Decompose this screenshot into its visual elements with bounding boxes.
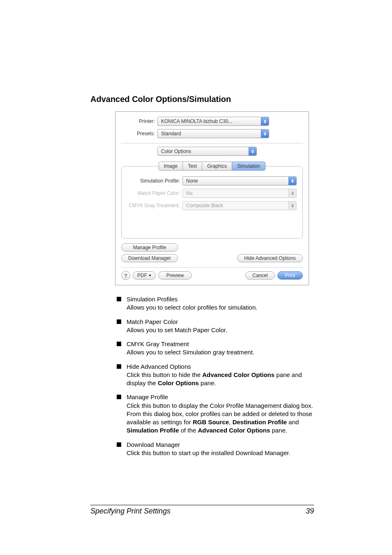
help-button[interactable]: ? (121, 271, 130, 280)
bullet-item: Manage ProfileClick this button to displ… (117, 393, 314, 435)
bullet-item: Match Paper ColorAllows you to set Match… (117, 318, 314, 335)
tab-bar: Image Text Graphics Simulation (121, 162, 303, 171)
preview-button[interactable]: Preview (158, 271, 192, 280)
pdf-button-label: PDF (137, 273, 147, 278)
presets-select-value: Standard (161, 131, 181, 136)
cmyk-gray-label: CMYK Gray Treatment: (127, 203, 182, 208)
bullet-title: Match Paper Color (127, 318, 314, 326)
pane-select-value: Color Options (161, 148, 191, 154)
cancel-button[interactable]: Cancel (245, 271, 275, 280)
tab-simulation[interactable]: Simulation (232, 162, 265, 171)
section-heading: Advanced Color Options/Simulation (90, 95, 314, 104)
printer-select[interactable]: KONICA MINOLTA bizhub C30... (157, 117, 269, 126)
chevron-up-down-icon (249, 147, 256, 155)
presets-select[interactable]: Standard (157, 129, 269, 138)
chevron-down-icon (149, 275, 151, 277)
print-dialog: Printer: KONICA MINOLTA bizhub C30... Pr… (115, 111, 309, 285)
bullet-title: Manage Profile (127, 393, 314, 401)
bullet-item: Simulation ProfilesAllows you to select … (117, 295, 314, 312)
print-button[interactable]: Print (277, 271, 303, 280)
footer-page-number: 39 (306, 507, 314, 516)
pane-select[interactable]: Color Options (157, 147, 257, 156)
bullet-title: CMYK Gray Treatment (127, 340, 314, 348)
page-footer: Specifying Print Settings 39 (90, 505, 314, 516)
chevron-up-down-icon (261, 117, 269, 125)
chevron-up-down-icon (261, 130, 269, 138)
printer-label: Printer: (121, 118, 157, 124)
bullet-title: Simulation Profiles (127, 295, 314, 303)
bullet-item: CMYK Gray TreatmentAllows you to select … (117, 340, 314, 357)
separator (121, 267, 303, 268)
printer-select-value: KONICA MINOLTA bizhub C30... (161, 118, 233, 124)
presets-label: Presets: (121, 131, 157, 136)
chevron-up-down-icon (288, 177, 296, 185)
sim-profile-select[interactable]: None (182, 176, 297, 185)
bullet-title: Hide Advanced Options (127, 363, 314, 371)
tab-text[interactable]: Text (182, 162, 202, 171)
bullet-item: Hide Advanced OptionsClick this button t… (117, 363, 314, 388)
bullet-title: Download Manager (127, 441, 314, 449)
bullet-description: Click this button to hide the Advanced C… (127, 371, 314, 388)
footer-title: Specifying Print Settings (90, 507, 171, 516)
match-paper-label: Match Paper Color: (127, 190, 182, 196)
bullet-description: Allows you to select color profiles for … (127, 303, 314, 312)
match-paper-value: No (186, 190, 192, 196)
match-paper-select: No (182, 189, 297, 198)
sim-profile-value: None (186, 178, 198, 184)
download-manager-button[interactable]: Download Manager (121, 254, 178, 262)
bullet-description: Click this button to display the Color P… (127, 402, 314, 435)
separator (121, 143, 303, 143)
bullet-description: Allows you to select Simulation gray tre… (127, 348, 314, 356)
cmyk-gray-value: Composite Black (186, 203, 223, 208)
cmyk-gray-select: Composite Black (182, 201, 297, 210)
tab-graphics[interactable]: Graphics (202, 162, 232, 171)
chevron-up-down-icon (288, 201, 296, 210)
pdf-button[interactable]: PDF (133, 271, 156, 280)
chevron-up-down-icon (288, 189, 296, 197)
tab-image[interactable]: Image (159, 162, 183, 171)
bullet-description: Click this button to start up the instal… (127, 449, 314, 457)
sim-profile-label: Simulation Profile: (127, 178, 182, 184)
simulation-panel: Simulation Profile: None Match Paper Col… (121, 166, 303, 238)
bullet-list: Simulation ProfilesAllows you to select … (117, 295, 314, 457)
bullet-description: Allows you to set Match Paper Color. (127, 326, 314, 334)
hide-advanced-button[interactable]: Hide Advanced Options (237, 254, 303, 262)
manage-profile-button[interactable]: Manage Profile (121, 243, 178, 252)
bullet-item: Download ManagerClick this button to sta… (117, 441, 314, 458)
